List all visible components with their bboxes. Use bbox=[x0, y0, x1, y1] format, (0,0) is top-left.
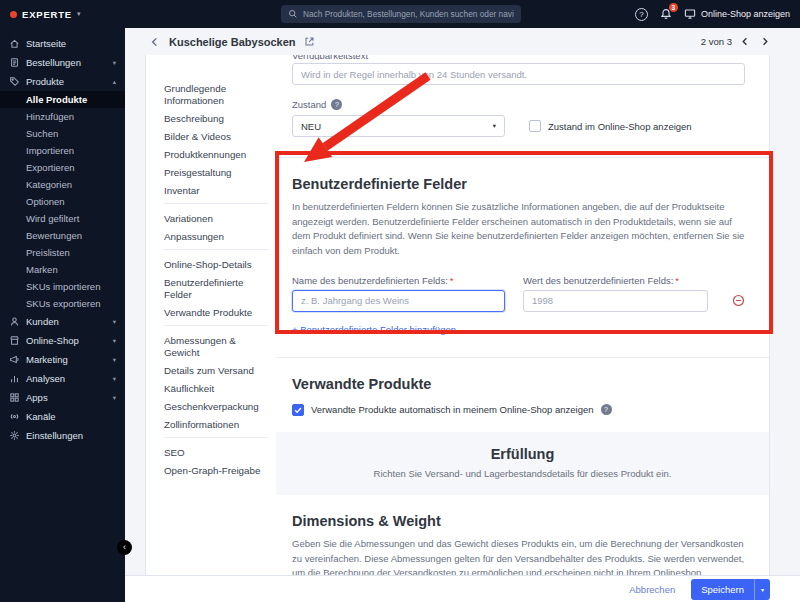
subnav-preisgestaltung[interactable]: Preisgestaltung bbox=[164, 167, 268, 179]
add-custom-field-link[interactable]: + Benutzerdefinierte Felder hinzufügen bbox=[292, 324, 456, 335]
sidebar-item-produkte[interactable]: Produkte ▴ bbox=[0, 72, 125, 91]
sidebar-collapse-toggle[interactable]: ‹ bbox=[117, 540, 132, 555]
subnav-zollinformationen[interactable]: Zollinformationen bbox=[164, 419, 268, 431]
help-button[interactable]: ? bbox=[635, 8, 648, 21]
sidebar-subitem-importieren[interactable]: Importieren bbox=[0, 142, 125, 159]
chevron-down-icon: ▾ bbox=[113, 373, 116, 384]
custom-field-name-col: Name des benutzerdefinierten Felds:* bbox=[292, 275, 505, 312]
channels-icon bbox=[9, 411, 20, 422]
subnav-online-shop-details[interactable]: Online-Shop-Details bbox=[164, 259, 268, 271]
show-condition-checkbox-row[interactable]: Zustand im Online-Shop anzeigen bbox=[529, 120, 692, 132]
sidebar-item-kunden[interactable]: Kunden ▾ bbox=[0, 312, 125, 331]
action-bar: Abbrechen Speichern ▾ bbox=[125, 575, 800, 602]
chevron-down-icon: ▾ bbox=[77, 10, 81, 18]
subnav-anpassungen[interactable]: Anpassungen bbox=[164, 231, 268, 243]
subnav-bilder-videos[interactable]: Bilder & Videos bbox=[164, 131, 268, 143]
divider bbox=[276, 357, 769, 358]
related-products-checkbox-row[interactable]: Verwandte Produkte automatisch in meinem… bbox=[292, 404, 745, 416]
sidebar-item-analysen[interactable]: Analysen ▾ bbox=[0, 369, 125, 388]
divider bbox=[164, 249, 268, 250]
related-products-section: Verwandte Produkte Verwandte Produkte au… bbox=[292, 376, 745, 416]
question-mark-icon: ? bbox=[639, 10, 643, 19]
custom-field-value-input[interactable] bbox=[523, 290, 708, 312]
home-icon bbox=[9, 38, 20, 49]
sidebar-subitem-skus-exportieren[interactable]: SKUs exportieren bbox=[0, 295, 125, 312]
sidebar-item-einstellungen[interactable]: Einstellungen bbox=[0, 426, 125, 445]
arrow-left-icon bbox=[149, 36, 161, 48]
dimensions-description: Geben Sie die Abmessungen und das Gewich… bbox=[292, 537, 745, 575]
subnav-geschenkverpackung[interactable]: Geschenkverpackung bbox=[164, 401, 268, 413]
subnav-benutzerdefinierte-felder[interactable]: Benutzerdefinierte Felder bbox=[164, 277, 268, 301]
subnav-open-graph-freigabe[interactable]: Open-Graph-Freigabe bbox=[164, 465, 268, 477]
help-icon[interactable]: ? bbox=[331, 99, 342, 110]
sidebar-subitem-alle-produkte[interactable]: Alle Produkte bbox=[0, 91, 125, 108]
remove-custom-field-button[interactable] bbox=[732, 290, 745, 312]
help-icon[interactable]: ? bbox=[601, 404, 612, 415]
sidebar-subitem-marken[interactable]: Marken bbox=[0, 261, 125, 278]
back-button[interactable] bbox=[149, 36, 161, 48]
sidebar-subitem-exportieren[interactable]: Exportieren bbox=[0, 159, 125, 176]
subnav-grundlegende-informationen[interactable]: Grundlegende Informationen bbox=[164, 83, 268, 107]
marketing-icon bbox=[9, 354, 20, 365]
sidebar-subitem-kategorien[interactable]: Kategorien bbox=[0, 176, 125, 193]
dimensions-title: Dimensions & Weight bbox=[292, 513, 745, 529]
minus-circle-icon bbox=[732, 294, 745, 307]
pagination-label: 2 von 3 bbox=[701, 36, 732, 47]
availability-text-input[interactable] bbox=[292, 63, 745, 85]
chevron-down-icon: ▾ bbox=[493, 122, 496, 130]
next-product-button[interactable] bbox=[759, 36, 770, 47]
chevron-down-icon: ▾ bbox=[761, 586, 764, 593]
sidebar-subitem-bewertungen[interactable]: Bewertungen bbox=[0, 227, 125, 244]
save-split-button: Speichern ▾ bbox=[691, 579, 770, 600]
subnav-inventar[interactable]: Inventar bbox=[164, 185, 268, 197]
divider bbox=[164, 437, 268, 438]
save-button[interactable]: Speichern bbox=[691, 579, 754, 600]
sidebar-item-kanaele[interactable]: Kanäle bbox=[0, 407, 125, 426]
product-pagination: 2 von 3 bbox=[701, 36, 770, 47]
store-switcher[interactable]: EXPERTE ▾ bbox=[10, 0, 80, 28]
related-products-title: Verwandte Produkte bbox=[292, 376, 745, 392]
sidebar-item-online-shop[interactable]: Online-Shop ▾ bbox=[0, 331, 125, 350]
external-link-icon[interactable] bbox=[304, 36, 315, 47]
view-storefront-button[interactable]: Online-Shop anzeigen bbox=[684, 8, 790, 20]
subnav-variationen[interactable]: Variationen bbox=[164, 213, 268, 225]
subnav-seo[interactable]: SEO bbox=[164, 447, 268, 459]
sidebar-subitem-skus-importieren[interactable]: SKUs importieren bbox=[0, 278, 125, 295]
subnav-produktkennungen[interactable]: Produktkennungen bbox=[164, 149, 268, 161]
sidebar-subitem-optionen[interactable]: Optionen bbox=[0, 193, 125, 210]
custom-field-name-label: Name des benutzerdefinierten Felds:* bbox=[292, 275, 505, 286]
sidebar-subitem-wird-gefiltert[interactable]: Wird gefiltert bbox=[0, 210, 125, 227]
subnav-details-zum-versand[interactable]: Details zum Versand bbox=[164, 365, 268, 377]
show-condition-checkbox-label: Zustand im Online-Shop anzeigen bbox=[548, 121, 692, 132]
sidebar-subitem-preislisten[interactable]: Preislisten bbox=[0, 244, 125, 261]
sidebar-item-bestellungen[interactable]: Bestellungen ▾ bbox=[0, 53, 125, 72]
show-condition-checkbox[interactable] bbox=[529, 120, 541, 132]
sidebar-item-startseite[interactable]: Startseite bbox=[0, 34, 125, 53]
global-search[interactable] bbox=[281, 5, 521, 23]
custom-field-row: Name des benutzerdefinierten Felds:* Wer… bbox=[292, 275, 745, 312]
condition-select[interactable]: NEU ▾ bbox=[292, 115, 505, 137]
fulfillment-subtitle: Richten Sie Versand- und Lagerbestandsde… bbox=[296, 468, 749, 479]
cancel-button[interactable]: Abbrechen bbox=[629, 584, 675, 595]
sidebar: Startseite Bestellungen ▾ Produkte ▴ All… bbox=[0, 28, 125, 602]
subnav-abmessungen-gewicht[interactable]: Abmessungen & Gewicht bbox=[164, 335, 268, 359]
sidebar-subitem-suchen[interactable]: Suchen bbox=[0, 125, 125, 142]
custom-field-name-input[interactable] bbox=[292, 290, 505, 312]
subnav-kaeuflichkeit[interactable]: Käuflichkeit bbox=[164, 383, 268, 395]
notifications-button[interactable]: 3 bbox=[660, 8, 672, 20]
previous-product-button[interactable] bbox=[740, 36, 751, 47]
check-icon bbox=[293, 405, 303, 415]
subnav-verwandte-produkte[interactable]: Verwandte Produkte bbox=[164, 307, 268, 319]
divider bbox=[164, 203, 268, 204]
sidebar-item-apps[interactable]: Apps ▾ bbox=[0, 388, 125, 407]
related-products-checkbox[interactable] bbox=[292, 404, 304, 416]
global-search-input[interactable] bbox=[303, 9, 514, 19]
sidebar-subitem-hinzufuegen[interactable]: Hinzufügen bbox=[0, 108, 125, 125]
save-dropdown-caret[interactable]: ▾ bbox=[754, 579, 770, 600]
apps-icon bbox=[9, 392, 20, 403]
required-marker: * bbox=[675, 275, 679, 286]
fulfillment-header: Erfüllung Richten Sie Versand- und Lager… bbox=[276, 432, 769, 495]
search-icon bbox=[288, 9, 298, 19]
sidebar-item-marketing[interactable]: Marketing ▾ bbox=[0, 350, 125, 369]
subnav-beschreibung[interactable]: Beschreibung bbox=[164, 113, 268, 125]
